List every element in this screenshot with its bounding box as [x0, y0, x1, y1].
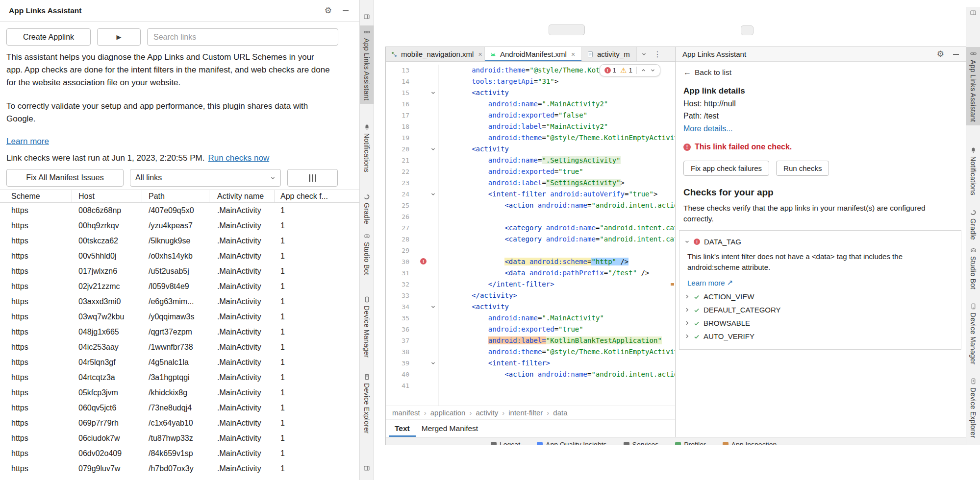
warning-count[interactable]: ⚠ 1 — [620, 67, 632, 74]
code-line[interactable]: android:theme="@style/Theme.KotlinEmptyA… — [439, 132, 675, 144]
table-row[interactable]: https00hq9zrkqv/yzu4kpeas7.MainActivity1 — [0, 218, 359, 233]
breadcrumb-item-application[interactable]: application — [430, 408, 466, 417]
run-checks-now-link[interactable]: Run checks now — [208, 153, 269, 163]
bottom-bar-item-app-quality-insights[interactable]: App Quality Insights — [537, 438, 607, 445]
editor-tab-mobile-navigation-xml[interactable]: mobile_navigation.xml× — [386, 47, 485, 61]
code-line[interactable]: <intent-filter android:autoVerify="true"… — [439, 189, 675, 200]
tool-strip-tab-notifications[interactable]: Notifications — [360, 120, 374, 176]
table-row[interactable]: https060qv5jct6/73ne8udqj4.MainActivity1 — [0, 400, 359, 415]
tool-strip-tab-device-manager[interactable]: Device Manager — [966, 300, 980, 368]
table-header-path[interactable]: Path — [142, 190, 209, 202]
search-links-input[interactable] — [147, 28, 338, 46]
fix-all-manifest-issues-button[interactable]: Fix All Manifest Issues — [6, 169, 124, 187]
table-row[interactable]: https04r5lqn3gf/4g5nalc1la.MainActivity1 — [0, 355, 359, 370]
error-count[interactable]: ! 1 — [604, 67, 617, 74]
code-line[interactable]: android:exported="true" — [439, 324, 675, 335]
tool-strip-window-icon[interactable] — [364, 464, 370, 473]
fold-icon[interactable] — [430, 90, 436, 96]
minimize-icon[interactable] — [953, 54, 959, 55]
table-row[interactable]: https008c6z68np/407e09q5x0.MainActivity1 — [0, 203, 359, 218]
table-header-app-check-f[interactable]: App check f... — [275, 190, 359, 202]
learn-more-link[interactable]: Learn more ↗ — [687, 278, 733, 287]
code-line[interactable]: android:exported="false" — [439, 110, 675, 121]
tool-strip-tab-gradle[interactable]: Gradle — [966, 206, 980, 243]
code-line[interactable]: android:label="KotlinBlankTestApplicatio… — [439, 335, 675, 346]
fix-app-check-failures-button[interactable]: Fix app check failures — [683, 161, 769, 176]
table-row[interactable]: https069p7r79rh/c1x64yab10.MainActivity1 — [0, 415, 359, 431]
tool-strip-window-icon[interactable] — [364, 13, 370, 22]
next-issue-chevron-icon[interactable] — [650, 68, 655, 73]
tool-strip-tab-studio-bot[interactable]: Studio Bot — [966, 243, 980, 293]
create-applink-button[interactable]: Create Applink — [6, 28, 91, 46]
tool-strip-tab-device-explorer[interactable]: Device Explorer — [966, 375, 980, 441]
bottom-bar-item-app-inspection[interactable]: App Inspection — [723, 438, 777, 445]
table-row[interactable]: https04ic253aay/1wwnfbr738.MainActivity1 — [0, 339, 359, 355]
bottom-bar-item-profiler[interactable]: Profiler — [675, 438, 705, 445]
code-line[interactable]: <activity — [439, 87, 675, 98]
code-line[interactable]: <data android:pathPrefix="/test" /> — [439, 267, 675, 279]
tool-strip-window-icon[interactable] — [970, 9, 976, 18]
inspection-widget[interactable]: ! 1 ⚠ 1 — [600, 64, 660, 76]
code-line[interactable]: <category android:name="android.intent.c… — [439, 222, 675, 234]
code-line[interactable]: android:theme="@style/Theme.KotlinEmptyA… — [439, 346, 675, 358]
error-stripe-mark[interactable] — [671, 283, 674, 286]
code-line[interactable]: android:label="SettingsActivity"> — [439, 177, 675, 189]
code-line[interactable]: <category android:name="android.intent.c… — [439, 234, 675, 245]
code-line[interactable]: </activity> — [439, 290, 675, 301]
gear-icon[interactable]: ⚙ — [325, 6, 332, 15]
editor-tab-activity-m[interactable]: activity_m — [582, 47, 637, 61]
editor-code-area[interactable]: android:theme="@style/Theme.KotlinEmptoo… — [439, 65, 675, 391]
code-line[interactable]: </intent-filter> — [439, 279, 675, 290]
editor-mode-tab-text[interactable]: Text — [389, 420, 416, 437]
table-row[interactable]: https02jv21zzmc/l059v8t4e9.MainActivity1 — [0, 279, 359, 294]
tool-strip-tab-app-links-assistant[interactable]: App Links Assistant — [966, 47, 980, 125]
tool-strip-tab-gradle[interactable]: Gradle — [360, 190, 374, 228]
code-line[interactable]: android:name=".MainActivity2" — [439, 98, 675, 110]
fold-icon[interactable] — [430, 192, 436, 197]
learn-more-link[interactable]: Learn more — [6, 135, 49, 148]
table-header-host[interactable]: Host — [72, 190, 142, 202]
table-row[interactable]: https03wq7w2kbu/y0qqimaw3s.MainActivity1 — [0, 309, 359, 324]
code-editor[interactable]: 131415161718192021222324252627282930!313… — [386, 62, 675, 406]
fold-icon[interactable] — [430, 360, 436, 366]
previous-issue-chevron-icon[interactable] — [641, 68, 646, 73]
bottom-bar-item-logcat[interactable]: Logcat — [491, 438, 520, 445]
fold-icon[interactable] — [430, 304, 436, 310]
bottom-bar-item-services[interactable]: Services — [624, 438, 659, 445]
fold-icon[interactable] — [430, 146, 436, 152]
code-line[interactable]: android:label="MainActivity2" — [439, 121, 675, 132]
code-line[interactable] — [439, 245, 675, 256]
breadcrumb-item-activity[interactable]: activity — [476, 408, 498, 417]
code-line[interactable]: <activity — [439, 144, 675, 155]
back-to-list-link[interactable]: ← Back to list — [683, 68, 731, 77]
code-line[interactable]: <action android:name="android.intent.act… — [439, 369, 675, 380]
code-line[interactable]: tools:targetApi="31"> — [439, 76, 675, 87]
code-line[interactable]: android:exported="true" — [439, 166, 675, 177]
gear-icon[interactable]: ⚙ — [937, 50, 944, 58]
code-line[interactable]: <data android:scheme="http" /> — [439, 256, 675, 267]
table-header-activity-name[interactable]: Activity name — [209, 190, 275, 202]
table-row[interactable]: https079g9luv7w/h7bd07ox3y.MainActivity1 — [0, 461, 359, 476]
tab-options-icon[interactable]: ⋮ — [651, 47, 664, 61]
check-row-browsable[interactable]: BROWSABLE — [684, 316, 955, 330]
table-row[interactable]: https03axxd3mi0/e6g63mim....MainActivity… — [0, 294, 359, 309]
tool-strip-tab-device-explorer[interactable]: Device Explorer — [360, 370, 374, 437]
run-checks-button[interactable]: Run checks — [776, 161, 829, 176]
editor-mode-tab-merged-manifest[interactable]: Merged Manifest — [416, 420, 484, 437]
breadcrumb-item-manifest[interactable]: manifest — [392, 408, 420, 417]
tool-strip-tab-app-links-assistant[interactable]: App Links Assistant — [360, 25, 374, 104]
code-line[interactable] — [439, 380, 675, 391]
tool-strip-tab-device-manager[interactable]: Device Manager — [360, 293, 374, 361]
table-row[interactable]: https048jg1x665/qgrt37ezpm.MainActivity1 — [0, 324, 359, 339]
check-row-action-view[interactable]: ACTION_VIEW — [684, 290, 955, 303]
code-line[interactable]: <action android:name="android.intent.act… — [439, 200, 675, 211]
breadcrumb-item-data[interactable]: data — [553, 408, 567, 417]
tool-strip-tab-notifications[interactable]: Notifications — [966, 144, 980, 199]
breadcrumb-item-intent-filter[interactable]: intent-filter — [508, 408, 543, 417]
code-line[interactable] — [439, 211, 675, 222]
table-row[interactable]: https06dv02o409/84k659v1sp.MainActivity1 — [0, 446, 359, 461]
code-line[interactable]: android:name=".SettingsActivity" — [439, 155, 675, 166]
table-header-scheme[interactable]: Scheme — [0, 190, 72, 202]
links-filter-dropdown[interactable]: All links — [130, 169, 281, 187]
run-button[interactable]: ▶ — [97, 28, 141, 46]
